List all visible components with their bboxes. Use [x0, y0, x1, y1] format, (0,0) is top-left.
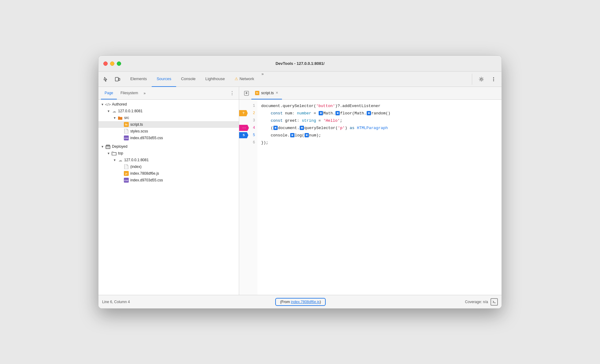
tree-item-stylesscss[interactable]: styles.scss [98, 128, 239, 135]
line-num-row-4: ·· 4 [239, 124, 257, 132]
inspect-element-button[interactable] [101, 74, 112, 85]
coverage-info: Coverage: n/a [465, 298, 498, 306]
settings-button[interactable] [476, 74, 487, 85]
more-options-button[interactable] [488, 74, 499, 85]
maximize-button[interactable] [117, 61, 121, 66]
source-badge: (From index.7808df6e.js) [275, 298, 326, 306]
code-area: 1 ? 2 3 ·· 4 [239, 100, 502, 295]
tree-item-indexjs[interactable]: js index.7808df6e.js [98, 170, 239, 177]
editor-tab-close[interactable]: ✕ [276, 91, 278, 95]
tab-console[interactable]: Console [176, 72, 201, 87]
tree-label: Deployed [112, 144, 128, 149]
network-warning-icon: ⚠ [235, 76, 238, 81]
breakpoint-blue-badge[interactable]: 5 [239, 132, 248, 138]
scss-file-icon [124, 128, 129, 134]
tree-label: top [118, 151, 123, 155]
tree-item-src[interactable]: ▼ src [98, 114, 239, 121]
coverage-icon-button[interactable] [491, 298, 498, 306]
line-numbers: 1 ? 2 3 ·· 4 [239, 100, 257, 295]
folder-icon [117, 115, 123, 121]
cursor-position: Line 6, Column 4 [102, 300, 136, 304]
main-toolbar: Elements Sources Console Lighthouse ⚠ Ne… [98, 72, 502, 87]
tree-item-authored[interactable]: ▼ </> Authored [98, 101, 239, 108]
tree-item-indexcss1[interactable]: css index.d9703d55.css [98, 135, 239, 141]
box-icon [105, 144, 111, 149]
code-content[interactable]: document.querySelector('button')?.addEve… [257, 100, 502, 295]
ts-inline-icon: ▣ [367, 111, 371, 115]
file-panel: Page Filesystem » ⋮ ▼ </> Authored ▼ ☁ [98, 87, 239, 295]
tree-arrow [119, 130, 124, 133]
window-title: DevTools - 127.0.0.1:8081/ [276, 61, 324, 66]
tree-arrow [119, 136, 124, 140]
tree-label: src [124, 116, 129, 120]
tree-label: script.ts [130, 122, 143, 127]
tree-item-indexcss2[interactable]: css index.d9703d55.css [98, 177, 239, 184]
line-num-row-6: 6 [239, 139, 257, 146]
tab-network[interactable]: ⚠ Network [230, 72, 259, 87]
css-file-icon: css [124, 135, 129, 141]
file-panel-menu[interactable]: ⋮ [228, 87, 236, 99]
breakpoint-question-badge[interactable]: ? [239, 110, 248, 116]
cloud-icon: ☁ [117, 157, 123, 163]
tree-item-deployed-host[interactable]: ▼ ☁ 127.0.0.1:8081 [98, 157, 239, 163]
js-file-icon: js [124, 171, 129, 176]
editor-back-button[interactable] [242, 87, 251, 99]
tab-page[interactable]: Page [101, 87, 117, 99]
tree-arrow: ▼ [113, 158, 117, 162]
ts-inline-icon: ▣ [300, 126, 304, 130]
tab-filesystem[interactable]: Filesystem [117, 87, 142, 99]
source-link[interactable]: index.7808df6e.js [291, 300, 320, 304]
tab-elements[interactable]: Elements [125, 72, 152, 87]
minimize-button[interactable] [110, 61, 114, 66]
line-num-row-2: ? 2 [239, 110, 257, 117]
tree-arrow: ▼ [101, 145, 105, 148]
code-line-1: document.querySelector('button')?.addEve… [261, 102, 502, 110]
tree-label: index.d9703d55.css [130, 136, 163, 140]
more-tabs-button[interactable]: » [259, 72, 266, 87]
coverage-label: Coverage: n/a [465, 300, 488, 304]
editor-tab-filename: script.ts [261, 91, 274, 95]
ts-inline-icon: ▣ [335, 111, 340, 115]
tree-arrow: ▼ [107, 110, 111, 113]
tree-label: index.d9703d55.css [130, 178, 163, 182]
code-line-5: console.▣log(▣num); [261, 132, 502, 139]
cloud-icon: ☁ [111, 108, 117, 114]
ts-inline-icon: ▣ [273, 126, 278, 130]
sources-panel: Page Filesystem » ⋮ ▼ </> Authored ▼ ☁ [98, 87, 502, 295]
tab-sources[interactable]: Sources [152, 72, 176, 87]
tree-arrow: ▼ [107, 152, 111, 155]
code-line-6: }); [261, 139, 502, 146]
folder-outline-icon [111, 150, 117, 156]
tree-label: styles.scss [130, 129, 148, 133]
breakpoint-dots-badge[interactable]: ·· [239, 125, 249, 131]
source-info: (From index.7808df6e.js) [136, 298, 465, 306]
close-button[interactable] [103, 61, 108, 66]
tree-label: Authored [112, 102, 127, 106]
ts-inline-icon: ▣ [305, 133, 309, 137]
tree-label: 127.0.0.1:8081 [118, 109, 143, 113]
file-tabs-more[interactable]: » [142, 87, 147, 99]
tree-item-authored-host[interactable]: ▼ ☁ 127.0.0.1:8081 [98, 108, 239, 114]
tree-item-deployed[interactable]: ▼ Deployed [98, 143, 239, 150]
ts-tab-icon: ts [255, 91, 259, 95]
tree-item-top[interactable]: ▼ top [98, 150, 239, 157]
svg-point-5 [493, 80, 494, 81]
tab-lighthouse[interactable]: Lighthouse [201, 72, 230, 87]
devtools-window: DevTools - 127.0.0.1:8081/ Elements Sour… [98, 55, 502, 309]
ts-file-icon: ts [124, 122, 129, 127]
titlebar: DevTools - 127.0.0.1:8081/ [98, 56, 502, 72]
tree-arrow: ▼ [101, 103, 105, 106]
svg-point-4 [493, 79, 494, 80]
code-line-4: (▣document.▣querySelector('p') as HTMLPa… [261, 124, 502, 132]
window-controls [103, 61, 121, 66]
line-num-row-3: 3 [239, 117, 257, 124]
tree-item-scriptts[interactable]: ts script.ts [98, 121, 239, 128]
index-file-icon [124, 164, 129, 169]
statusbar: Line 6, Column 4 (From index.7808df6e.js… [98, 295, 502, 308]
tree-item-index[interactable]: (index) [98, 163, 239, 170]
editor-tab-scriptts[interactable]: ts script.ts ✕ [251, 87, 282, 99]
code-line-3: const greet: string = 'Hello'; [261, 117, 502, 124]
device-toggle-button[interactable] [112, 74, 123, 85]
tree-arrow [119, 123, 124, 126]
main-tabs: Elements Sources Console Lighthouse ⚠ Ne… [125, 72, 469, 87]
